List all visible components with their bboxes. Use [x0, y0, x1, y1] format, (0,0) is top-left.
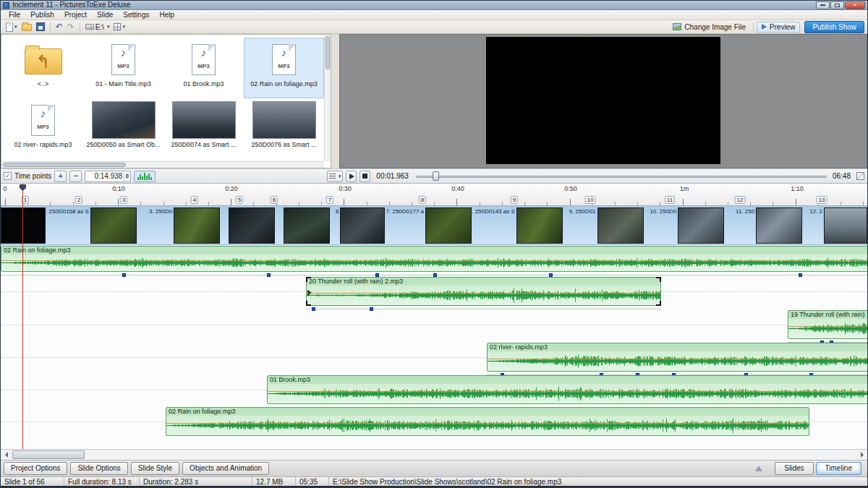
remove-time-point-button[interactable]: − — [69, 171, 82, 182]
menu-item-publish[interactable]: Publish — [25, 10, 59, 20]
envelope-keypoint[interactable] — [370, 307, 373, 311]
waveform-toggle-button[interactable] — [134, 171, 156, 182]
file-item[interactable]: 250D0076 as Smart ... — [244, 98, 324, 159]
time-point-flag[interactable]: 3 — [120, 196, 127, 204]
menu-item-help[interactable]: Help — [154, 10, 179, 20]
slide-thumb[interactable] — [90, 207, 137, 244]
slide-thumb[interactable] — [425, 207, 472, 244]
button-slide-style[interactable]: Slide Style — [131, 462, 179, 475]
slide-thumb[interactable] — [756, 207, 802, 244]
audio-clip[interactable]: 02 river- rapids.mp3 — [487, 343, 867, 372]
slide-label: 6 — [330, 206, 340, 244]
menu-item-file[interactable]: File — [4, 10, 25, 20]
time-point-flag[interactable]: 2 — [75, 196, 82, 204]
slide-thumb[interactable] — [824, 207, 867, 244]
title-bar[interactable]: Inclement 11 - PicturesToExe Deluxe × — [1, 1, 867, 10]
preview-button[interactable]: Preview — [757, 22, 801, 33]
time-point-flag[interactable]: 11 — [665, 196, 675, 204]
time-point-flag[interactable]: 8 — [419, 196, 426, 204]
envelope-keypoint[interactable] — [122, 273, 126, 277]
file-item[interactable]: ♪MP302 Rain on foliage.mp3 — [244, 38, 324, 98]
minimize-button[interactable] — [816, 1, 830, 9]
audio-clip[interactable]: 19 Thunder roll (with rain) 1.n — [788, 310, 867, 339]
save-button[interactable] — [34, 22, 47, 33]
audio-clip[interactable]: 20 Thunder roll (with rain) 2.mp3 — [306, 277, 661, 306]
tab-timeline[interactable]: Timeline — [816, 462, 861, 475]
slide-thumb[interactable] — [229, 207, 275, 244]
panel-splitter[interactable] — [331, 34, 339, 168]
view-mode-dropdown[interactable]: ▾ — [111, 22, 127, 33]
menu-bar: FilePublishProjectSlideSettingsHelp — [1, 10, 867, 20]
close-button[interactable]: × — [845, 1, 865, 9]
slide-thumb[interactable] — [284, 207, 330, 244]
spin-up-icon[interactable] — [125, 174, 129, 176]
file-horizontal-scrollbar[interactable] — [1, 161, 324, 168]
audio-clip[interactable]: 02 Rain on foliage.mp3 — [166, 407, 809, 436]
drive-dropdown[interactable]: E:\ ▾ — [83, 22, 112, 33]
scrollbar-thumb[interactable] — [12, 450, 85, 459]
button-project-options[interactable]: Project Options — [4, 462, 67, 475]
scroll-left-button[interactable] — [1, 450, 12, 459]
time-value-spinner[interactable]: 0:14.938 — [85, 171, 131, 182]
button-slide-options[interactable]: Slide Options — [70, 462, 127, 475]
timeline-horizontal-scrollbar[interactable] — [1, 449, 867, 460]
audio-clip[interactable]: 01 Brook.mp3 — [267, 375, 867, 404]
button-objects-and-animation[interactable]: Objects and Animation — [182, 462, 269, 475]
timeline-menu-button[interactable]: ▾ — [327, 171, 343, 182]
new-project-button[interactable]: ▾ — [4, 22, 20, 33]
time-point-flag[interactable]: 1 — [22, 196, 29, 204]
envelope-keypoint[interactable] — [267, 273, 271, 277]
scrollbar-thumb[interactable] — [3, 163, 126, 167]
time-point-flag[interactable]: 5 — [236, 196, 243, 204]
slide-thumb[interactable] — [597, 207, 644, 244]
file-item[interactable]: ♪MP301 Brook.mp3 — [163, 38, 244, 98]
stop-button[interactable] — [359, 171, 370, 182]
time-point-flag[interactable]: 6 — [271, 196, 278, 204]
envelope-keypoint[interactable] — [312, 307, 315, 311]
seek-slider[interactable] — [416, 171, 827, 182]
slide-thumb[interactable] — [516, 207, 563, 244]
time-point-flag[interactable]: 7 — [326, 196, 333, 204]
file-name: 02 river- rapids.mp3 — [14, 141, 72, 148]
undo-button[interactable]: ↶ — [54, 22, 65, 33]
envelope-keypoint[interactable] — [799, 273, 802, 277]
scrollbar-thumb[interactable] — [326, 36, 330, 69]
file-name: 02 Rain on foliage.mp3 — [250, 80, 318, 87]
undo-icon: ↶ — [56, 22, 63, 31]
menu-item-slide[interactable]: Slide — [92, 10, 118, 20]
file-item[interactable]: 250D0050 as Smart Ob... — [83, 98, 163, 159]
time-point-flag[interactable]: 4 — [191, 196, 198, 204]
time-point-flag[interactable]: 12 — [735, 196, 746, 204]
spinner-arrows[interactable] — [124, 171, 130, 181]
file-item[interactable]: ♪MP301 - Main Title.mp3 — [83, 38, 163, 98]
change-image-file-button[interactable]: Change Image File — [668, 22, 750, 32]
time-ruler[interactable]: 00:100:200:300:400:501m1:101234567891011… — [1, 184, 867, 206]
ruler-tick — [163, 202, 164, 205]
slide-thumb[interactable] — [678, 207, 724, 244]
maximize-button[interactable] — [830, 1, 844, 9]
scroll-right-button[interactable] — [856, 450, 867, 459]
redo-button[interactable]: ↷ — [65, 22, 77, 33]
file-vertical-scrollbar[interactable] — [324, 35, 331, 161]
publish-show-button[interactable]: Publish Show — [804, 21, 864, 33]
time-point-flag[interactable]: 9 — [511, 196, 518, 204]
time-point-flag[interactable]: 13 — [817, 196, 827, 204]
file-item[interactable]: <..> — [3, 38, 83, 98]
file-item[interactable]: ♪MP302 river- rapids.mp3 — [3, 98, 83, 159]
time-points-checkbox[interactable]: ✓ — [4, 172, 12, 180]
fullscreen-icon[interactable] — [856, 172, 864, 180]
menu-item-project[interactable]: Project — [59, 10, 92, 20]
slider-thumb[interactable] — [433, 171, 439, 181]
add-time-point-button[interactable]: + — [54, 171, 67, 182]
slide-thumb[interactable] — [340, 207, 385, 244]
slide-thumb[interactable] — [1, 207, 46, 244]
play-button[interactable] — [346, 171, 357, 182]
time-point-flag[interactable]: 10 — [585, 196, 596, 204]
audio-clip[interactable]: 02 Rain on foliage.mp3 — [1, 246, 867, 272]
file-item[interactable]: 250D0074 as Smart ... — [163, 98, 244, 159]
spin-down-icon[interactable] — [125, 176, 129, 179]
open-button[interactable] — [20, 22, 34, 33]
slide-thumb[interactable] — [174, 207, 220, 244]
menu-item-settings[interactable]: Settings — [118, 10, 154, 20]
tab-slides[interactable]: Slides — [775, 462, 813, 475]
